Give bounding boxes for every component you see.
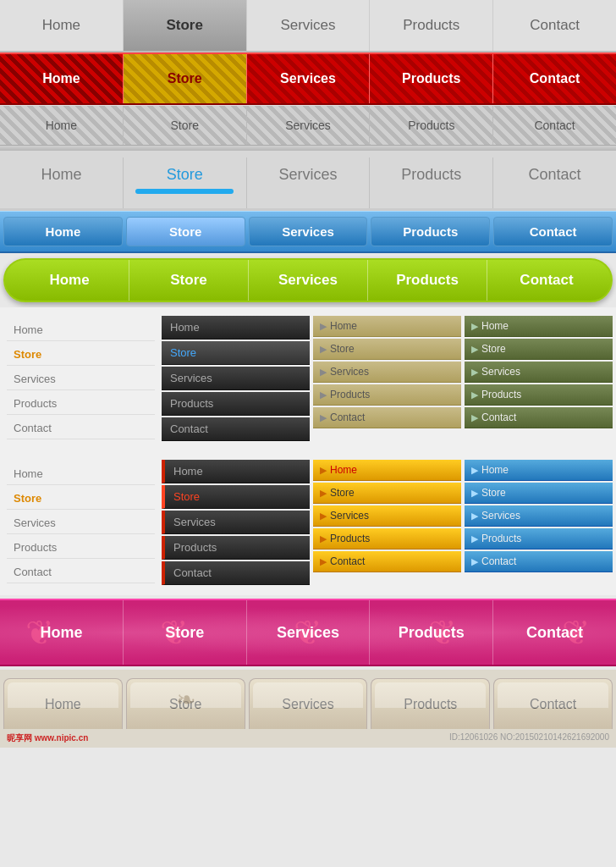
vertical-col-blue: ▶ Home ▶ Store ▶ Services ▶ Products ▶ C… [465, 460, 613, 587]
nav3-products[interactable]: Products [370, 106, 493, 145]
nav7-products[interactable]: Products [370, 600, 493, 665]
vcol1b-services[interactable]: Services [7, 512, 155, 534]
nav-pink-decorative: ❦ ❦ ❦ ❦ ❦ Home Store Services Products C… [0, 599, 616, 666]
nav5-contact[interactable]: Contact [493, 217, 613, 246]
nav7-services[interactable]: Services [247, 600, 371, 665]
nav6-home[interactable]: Home [10, 260, 129, 301]
nav6-store[interactable]: Store [129, 260, 249, 301]
nav1-contact[interactable]: Contact [493, 0, 616, 51]
vcol4-products[interactable]: ▶ Products [465, 384, 613, 406]
nav7-contact[interactable]: Contact [493, 600, 616, 665]
vcol3-contact[interactable]: ▶ Contact [313, 407, 461, 428]
vcol2b-services[interactable]: Services [162, 511, 310, 534]
vcol2-home[interactable]: Home [162, 316, 310, 340]
nav3-contact[interactable]: Contact [493, 106, 616, 145]
nav2-services[interactable]: Services [247, 54, 371, 103]
nav6-products[interactable]: Products [368, 260, 487, 301]
play-icon: ▶ [320, 465, 327, 476]
nav-grey-blue-wrap: Home Store Services Products Contact [0, 151, 616, 211]
nav2-contact[interactable]: Contact [493, 54, 616, 103]
vcol2b-products[interactable]: Products [162, 536, 310, 560]
nav4-home[interactable]: Home [0, 157, 124, 208]
vcol3b-services[interactable]: ▶ Services [313, 505, 461, 527]
nav8-store[interactable]: Store [126, 678, 245, 729]
vcol1-services[interactable]: Services [7, 368, 155, 390]
vcol4b-store[interactable]: ▶ Store [465, 483, 613, 504]
nav5-home[interactable]: Home [3, 217, 123, 246]
vcol4-store[interactable]: ▶ Store [465, 339, 613, 360]
nav6-services[interactable]: Services [249, 260, 368, 301]
play-icon: ▶ [320, 344, 327, 355]
vcol2-services[interactable]: Services [162, 367, 310, 390]
play-icon: ▶ [320, 389, 327, 400]
vcol4b-home[interactable]: ▶ Home [465, 460, 613, 481]
play-icon: ▶ [320, 533, 327, 544]
vcol3-products[interactable]: ▶ Products [313, 384, 461, 406]
nav-plain-grey: Home Store Services Products Contact [0, 0, 616, 52]
vertical-col-dark: Home Store Services Products Contact [162, 316, 310, 443]
nav8-home[interactable]: Home [3, 678, 123, 729]
nav5-products[interactable]: Products [371, 217, 490, 246]
vcol4-services[interactable]: ▶ Services [465, 362, 613, 383]
play-icon: ▶ [320, 367, 327, 378]
vcol1b-home[interactable]: Home [7, 463, 155, 485]
play-icon: ▶ [320, 556, 327, 567]
vcol2b-contact[interactable]: Contact [162, 561, 310, 585]
vcol3-services[interactable]: ▶ Services [313, 362, 461, 383]
nav2-products[interactable]: Products [370, 54, 493, 103]
play-icon: ▶ [320, 488, 327, 499]
vcol4b-contact[interactable]: ▶ Contact [465, 551, 613, 572]
nav-beige-tabs: Home Store Services Products Contact [0, 670, 616, 729]
nav5-store[interactable]: Store [126, 217, 245, 246]
vcol2-store[interactable]: Store [162, 341, 310, 365]
vcol4-contact[interactable]: ▶ Contact [465, 407, 613, 428]
nav7-home[interactable]: Home [0, 600, 124, 665]
vcol3b-home[interactable]: ▶ Home [313, 460, 461, 481]
nav4-contact[interactable]: Contact [493, 157, 616, 208]
nav3-store[interactable]: Store [124, 106, 247, 145]
vertical-col-green: ▶ Home ▶ Store ▶ Services ▶ Products ▶ C… [465, 316, 613, 443]
vcol4b-services[interactable]: ▶ Services [465, 505, 613, 527]
nav2-home[interactable]: Home [0, 54, 124, 103]
nav1-store[interactable]: Store [124, 0, 247, 51]
play-icon: ▶ [471, 367, 478, 378]
nav2-store[interactable]: Store [124, 54, 247, 103]
nav5-services[interactable]: Services [249, 217, 368, 246]
watermark-logo: 昵享网 www.nipic.cn [7, 732, 88, 744]
vcol1-home[interactable]: Home [7, 319, 155, 341]
vertical-col-yellow: ▶ Home ▶ Store ▶ Services ▶ Products ▶ C… [313, 460, 461, 587]
nav4-products[interactable]: Products [370, 157, 493, 208]
vcol3-store[interactable]: ▶ Store [313, 339, 461, 360]
vcol1b-products[interactable]: Products [7, 537, 155, 559]
vcol1-contact[interactable]: Contact [7, 417, 155, 439]
nav4-store[interactable]: Store [124, 157, 247, 208]
nav3-home[interactable]: Home [0, 106, 124, 145]
vcol3-home[interactable]: ▶ Home [313, 316, 461, 337]
vcol2-contact[interactable]: Contact [162, 417, 310, 441]
vcol4-home[interactable]: ▶ Home [465, 316, 613, 337]
nav8-services[interactable]: Services [249, 678, 368, 729]
nav1-products[interactable]: Products [370, 0, 493, 51]
vcol3b-store[interactable]: ▶ Store [313, 483, 461, 504]
nav1-home[interactable]: Home [0, 0, 124, 51]
vcol2-products[interactable]: Products [162, 392, 310, 416]
vcol4b-products[interactable]: ▶ Products [465, 528, 613, 549]
nav8-products[interactable]: Products [371, 678, 490, 729]
vcol2b-store[interactable]: Store [162, 485, 310, 509]
nav8-contact[interactable]: Contact [493, 678, 613, 729]
vcol3b-products[interactable]: ▶ Products [313, 528, 461, 549]
play-icon: ▶ [471, 533, 478, 544]
play-icon: ▶ [320, 511, 327, 522]
nav6-contact[interactable]: Contact [487, 260, 606, 301]
vcol1b-store[interactable]: Store [7, 488, 155, 510]
vcol1b-contact[interactable]: Contact [7, 561, 155, 583]
nav4-services[interactable]: Services [247, 157, 371, 208]
vcol1-store[interactable]: Store [7, 344, 155, 366]
play-icon: ▶ [471, 488, 478, 499]
vcol1-products[interactable]: Products [7, 393, 155, 415]
vcol3b-contact[interactable]: ▶ Contact [313, 551, 461, 572]
nav1-services[interactable]: Services [247, 0, 371, 51]
nav7-store[interactable]: Store [124, 600, 247, 665]
vcol2b-home[interactable]: Home [162, 460, 310, 483]
nav3-services[interactable]: Services [247, 106, 371, 145]
